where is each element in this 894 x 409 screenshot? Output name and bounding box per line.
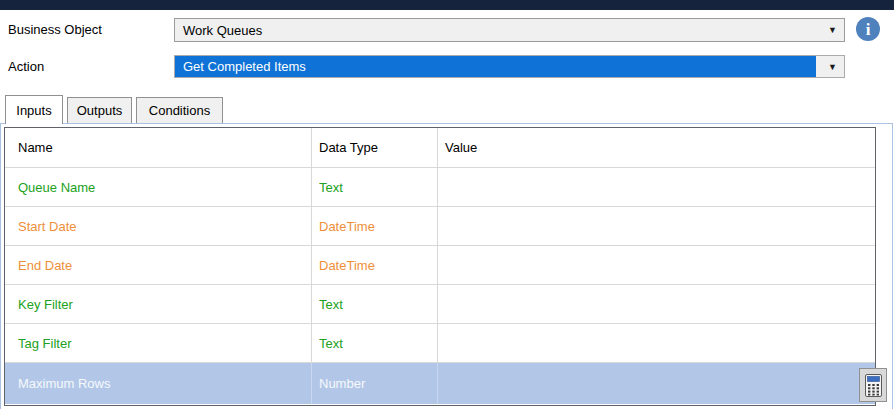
grid-row[interactable]: End DateDateTime — [5, 246, 875, 285]
param-name-cell: Start Date — [5, 207, 312, 245]
business-object-dropdown[interactable]: Work Queues ▼ — [174, 18, 845, 42]
tab-outputs-label: Outputs — [77, 103, 123, 118]
tab-conditions[interactable]: Conditions — [136, 97, 223, 123]
param-value-cell[interactable] — [438, 168, 875, 206]
column-header-value: Value — [438, 128, 875, 167]
param-name-cell: Key Filter — [5, 285, 312, 323]
action-value: Get Completed Items — [183, 56, 306, 77]
grid-header-row: Name Data Type Value — [5, 128, 875, 168]
action-dropdown[interactable]: Get Completed Items ▼ — [174, 55, 845, 78]
chevron-down-icon[interactable]: ▼ — [828, 19, 837, 41]
grid-row[interactable]: Maximum RowsNumber — [5, 363, 875, 404]
business-object-value: Work Queues — [183, 19, 262, 41]
param-name-cell: Maximum Rows — [5, 363, 312, 404]
param-value-cell[interactable] — [438, 207, 875, 245]
param-data-type-cell: Number — [312, 363, 438, 404]
tab-conditions-label: Conditions — [149, 103, 210, 118]
tab-outputs[interactable]: Outputs — [67, 97, 132, 123]
param-name-cell: End Date — [5, 246, 312, 284]
tab-inputs[interactable]: Inputs — [5, 95, 63, 124]
calculator-icon — [865, 374, 882, 397]
param-data-type-cell: Text — [312, 324, 438, 362]
param-name-cell: Tag Filter — [5, 324, 312, 362]
action-selected-highlight: Get Completed Items — [175, 56, 816, 77]
param-data-type-cell: Text — [312, 168, 438, 206]
expression-editor-button[interactable] — [859, 368, 887, 402]
grid-row[interactable]: Start DateDateTime — [5, 207, 875, 246]
param-value-cell[interactable] — [438, 363, 875, 404]
param-name-cell: Queue Name — [5, 168, 312, 206]
param-value-cell[interactable] — [438, 246, 875, 284]
action-label: Action — [8, 59, 44, 74]
inputs-grid: Name Data Type Value Queue NameTextStart… — [4, 127, 876, 406]
param-data-type-cell: Text — [312, 285, 438, 323]
tab-inputs-label: Inputs — [16, 103, 51, 118]
grid-row[interactable]: Key FilterText — [5, 285, 875, 324]
param-data-type-cell: DateTime — [312, 207, 438, 245]
column-header-data-type: Data Type — [312, 128, 438, 167]
param-value-cell[interactable] — [438, 324, 875, 362]
param-value-cell[interactable] — [438, 285, 875, 323]
grid-row[interactable]: Queue NameText — [5, 168, 875, 207]
info-button[interactable]: i — [856, 17, 880, 41]
business-object-label: Business Object — [8, 22, 102, 37]
param-data-type-cell: DateTime — [312, 246, 438, 284]
info-icon: i — [866, 21, 871, 38]
chevron-down-icon[interactable]: ▼ — [828, 56, 837, 77]
title-bar — [0, 0, 894, 10]
grid-row[interactable]: Tag FilterText — [5, 324, 875, 363]
column-header-name: Name — [5, 128, 312, 167]
